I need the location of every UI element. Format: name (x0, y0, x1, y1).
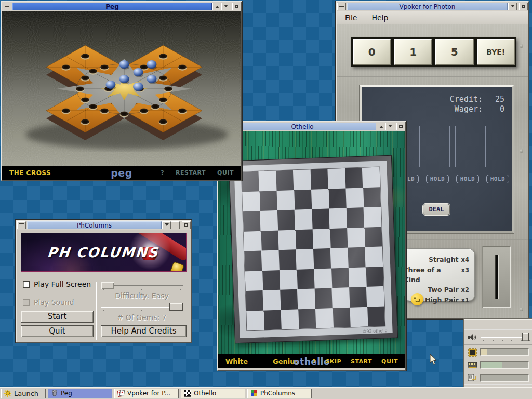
phcolumns-body: PH COLUMNS Play Full Screen Play Sound S… (17, 230, 191, 342)
wager-row: Wager: 0 (455, 104, 504, 114)
help-action[interactable]: ? (161, 169, 164, 176)
restore-button[interactable] (232, 3, 241, 10)
board-copyright: ©92 othello (362, 328, 387, 334)
window-phcolumns: PhColumns PH COLUMNS Play Full Screen Pl… (16, 220, 192, 343)
bet-5-button[interactable]: 5 (435, 39, 474, 65)
othello-titlebar[interactable]: Othello (218, 122, 405, 131)
window-peg: Peg (1, 1, 242, 181)
restore-button[interactable] (519, 3, 528, 10)
window-menu-button[interactable] (17, 221, 26, 229)
maximize-button[interactable] (171, 221, 180, 229)
cpu-usage-bar (480, 348, 529, 356)
othello-control-bar: White Genius othello ? SKIP START QUIT (218, 354, 405, 368)
difficulty-slider[interactable] (101, 282, 183, 290)
collapse-button[interactable] (377, 123, 385, 130)
volume-slider[interactable] (480, 332, 529, 342)
volume-slider-thumb[interactable] (522, 332, 529, 341)
taskbar-item-phcolumns[interactable]: PhColumns (247, 389, 312, 398)
taskbar-item-label: Peg (61, 390, 72, 397)
start-button[interactable]: Start (21, 311, 94, 323)
peg-icon (51, 390, 58, 397)
quit-action[interactable]: QUIT (381, 358, 398, 365)
credit-label: Credit: (450, 95, 483, 104)
difficulty-label: Difficulty: Easy (101, 291, 183, 300)
collapse-button[interactable] (212, 3, 221, 10)
speaker-icon (468, 333, 477, 341)
minimize-button[interactable] (508, 3, 517, 10)
taskbar-item-vpoker[interactable]: Vpoker for P... (114, 389, 179, 398)
bye-button[interactable]: BYE! (477, 39, 515, 65)
phcolumns-titlebar[interactable]: PhColumns (17, 221, 191, 230)
taskbar-item-label: Vpoker for P... (127, 390, 170, 397)
hold-button[interactable]: HOLD (456, 175, 479, 183)
card-slot (485, 126, 510, 167)
quit-button[interactable]: Quit (21, 325, 94, 337)
hold-button[interactable]: HOLD (486, 175, 509, 183)
phcolumns-icon (250, 390, 258, 397)
difficulty-slider-thumb[interactable] (101, 282, 114, 289)
peg-title-strip[interactable]: Peg (12, 3, 212, 10)
bet-1-button[interactable]: 1 (394, 39, 433, 65)
vpoker-titlebar[interactable]: Vpoker for Photon (337, 2, 528, 11)
othello-board[interactable]: ©92 othello (229, 155, 398, 344)
window-menu-button[interactable] (3, 3, 11, 10)
skip-action[interactable]: SKIP (325, 358, 341, 365)
hold-button[interactable]: HOLD (426, 175, 449, 183)
system-tray-panel: Mon-02 12:42PM (464, 319, 532, 387)
sound-label: Play Sound (34, 298, 74, 307)
window-menu-button[interactable] (337, 3, 346, 10)
peg-title: Peg (105, 3, 119, 10)
card-slot (425, 126, 450, 167)
peg-titlebar[interactable]: Peg (2, 2, 241, 11)
restore-button[interactable] (396, 123, 405, 130)
gems-label: # Of Gems: 7 (101, 313, 183, 322)
restart-action[interactable]: RESTART (176, 169, 206, 176)
gems-slider-thumb[interactable] (169, 303, 183, 311)
peg-game-canvas[interactable] (2, 11, 241, 166)
sound-checkbox[interactable] (23, 299, 30, 306)
credit-row: Credit: 25 (450, 95, 504, 104)
quit-action[interactable]: QUIT (217, 169, 234, 176)
menu-help[interactable]: Help (371, 14, 388, 22)
memory-row (464, 358, 532, 371)
hand-name: Two Pair (428, 285, 458, 295)
cpu-icon (468, 348, 477, 357)
tray-spacer (464, 320, 532, 329)
phcolumns-title: PhColumns (77, 222, 112, 229)
help-action[interactable]: ? (313, 358, 316, 365)
banner-title: PH COLUMNS (46, 245, 159, 260)
launch-button[interactable]: Launch (1, 389, 46, 398)
card-slot (455, 126, 480, 167)
minimize-button[interactable] (221, 3, 230, 10)
launch-label: Launch (14, 390, 38, 397)
wager-label: Wager: (455, 104, 483, 114)
deal-button[interactable]: DEAL (423, 204, 450, 215)
taskbar-item-othello[interactable]: Othello (181, 389, 245, 398)
help-credits-button[interactable]: Help And Credits (101, 325, 187, 337)
taskbar-item-peg[interactable]: Peg (48, 389, 112, 398)
network-usage-bar (480, 374, 529, 382)
panel-groove (337, 76, 528, 77)
phcolumns-title-strip[interactable]: PhColumns (27, 221, 162, 229)
mouse-cursor (430, 354, 437, 365)
peg-board-graphic (2, 11, 241, 166)
hand-name: High Pair (425, 295, 459, 305)
coin-slot[interactable] (483, 246, 511, 308)
bet-0-button[interactable]: 0 (353, 39, 391, 65)
vpoker-title-strip[interactable]: Vpoker for Photon (347, 3, 508, 10)
othello-title-strip[interactable]: Othello (229, 123, 376, 130)
start-action[interactable]: START (351, 358, 372, 365)
minimize-button[interactable] (162, 221, 171, 229)
restore-button[interactable] (182, 221, 191, 229)
minimize-button[interactable] (385, 123, 394, 130)
gems-slider[interactable] (101, 303, 183, 311)
taskbar-item-label: PhColumns (260, 390, 295, 397)
menu-file[interactable]: File (345, 14, 357, 22)
fullscreen-checkbox[interactable] (23, 281, 30, 288)
peg-control-bar: THE CROSS peg ? RESTART QUIT (2, 166, 241, 180)
wager-value: 0 (483, 104, 504, 114)
taskbar-item-label: Othello (194, 390, 216, 397)
phcolumns-banner: PH COLUMNS (21, 233, 187, 272)
hand-mult: x1 (461, 296, 469, 305)
othello-grid[interactable] (242, 167, 385, 330)
